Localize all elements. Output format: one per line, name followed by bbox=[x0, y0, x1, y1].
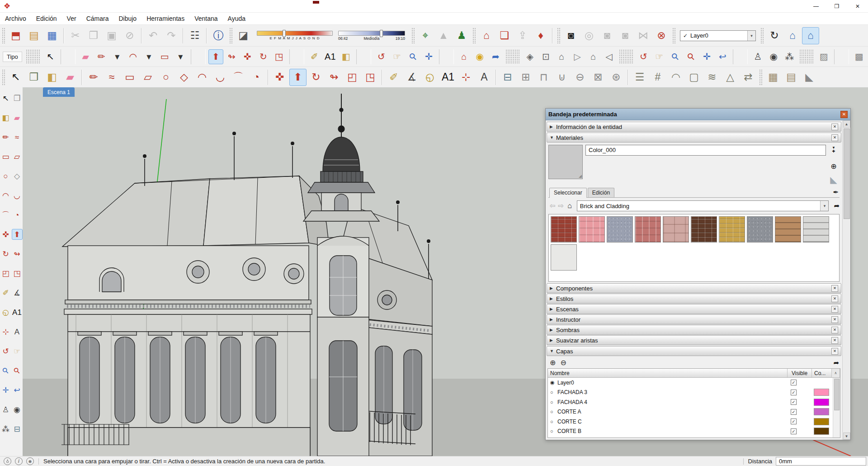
layer-radio[interactable]: ○ bbox=[550, 428, 557, 434]
swatch-dark-brown-brick[interactable] bbox=[691, 216, 717, 243]
layer-color-swatch[interactable] bbox=[814, 389, 829, 396]
share-model-button[interactable]: ⇪ bbox=[514, 27, 531, 44]
eyedropper-icon[interactable]: ✒ bbox=[833, 188, 839, 197]
offset-tool[interactable]: ◳ bbox=[12, 268, 23, 279]
solid-trim-button[interactable]: ⊠ bbox=[590, 69, 607, 86]
orbit-tool-2[interactable]: ↺ bbox=[636, 49, 651, 64]
geolocation-icon[interactable]: ⚲ bbox=[4, 457, 11, 465]
print-button[interactable]: ☷ bbox=[186, 27, 203, 44]
purchase-credits-button[interactable]: ◉ bbox=[472, 49, 487, 64]
three-point-arc-tool[interactable]: ⌒ bbox=[230, 69, 247, 86]
view-front-button[interactable]: ⌂ bbox=[554, 49, 569, 64]
pan-tool[interactable]: ☞ bbox=[390, 49, 405, 64]
column-visible[interactable]: Visible bbox=[788, 369, 812, 377]
copy-button[interactable]: ❐ bbox=[85, 27, 102, 44]
toggle-terrain-button[interactable]: ▲ bbox=[435, 27, 452, 44]
layer-row[interactable]: ◉ Layer0 ✓ bbox=[548, 378, 833, 388]
solid-union-button[interactable]: ⊍ bbox=[553, 69, 571, 86]
scroll-up-arrow-icon[interactable]: ▲ bbox=[843, 120, 850, 128]
layer-row[interactable]: ○ CORTE C ✓ bbox=[548, 417, 833, 427]
material-collection-dropdown[interactable]: Brick and Cladding ▾ bbox=[577, 200, 829, 211]
offset-tool-3[interactable]: ◳ bbox=[362, 69, 379, 86]
three-point-arc-tool[interactable]: ⌒ bbox=[0, 209, 11, 220]
save-button[interactable]: ▦ bbox=[43, 27, 61, 44]
line-tool[interactable]: ✏ bbox=[94, 49, 109, 64]
chevron-down-icon[interactable]: ▾ bbox=[747, 31, 755, 41]
create-material-button[interactable]: ▼ ✚ bbox=[830, 145, 838, 155]
eraser-tool[interactable]: ▰ bbox=[78, 49, 93, 64]
chevron-down-icon[interactable]: ▾ bbox=[820, 201, 828, 211]
layer-radio[interactable]: ◉ bbox=[550, 380, 557, 385]
close-icon[interactable]: ✕ bbox=[831, 348, 838, 355]
make-component-button[interactable]: ❐ bbox=[25, 69, 42, 86]
follow-me-tool-3[interactable]: ↬ bbox=[326, 69, 343, 86]
layer-radio[interactable]: ○ bbox=[550, 409, 557, 414]
erase-button[interactable]: ⊘ bbox=[121, 27, 138, 44]
extension-warehouse-button[interactable]: ♦ bbox=[532, 27, 549, 44]
layer-color-swatch[interactable] bbox=[814, 418, 829, 425]
material-preview[interactable]: ◢ bbox=[548, 145, 583, 179]
text-tool[interactable]: A1 bbox=[323, 49, 338, 64]
solid-subtract-button[interactable]: ⊖ bbox=[571, 69, 589, 86]
model-info-button[interactable]: ⓘ bbox=[210, 27, 227, 44]
distance-input[interactable]: 0mm bbox=[776, 457, 866, 466]
arc-tool-3[interactable]: ◠ bbox=[193, 69, 211, 86]
expand-arrow-icon[interactable]: ▶ bbox=[550, 317, 556, 322]
paint-bucket-tool[interactable]: ◧ bbox=[0, 112, 11, 123]
text-tool-3[interactable]: A1 bbox=[439, 69, 457, 86]
rectangle-tool[interactable]: ▭ bbox=[157, 49, 172, 64]
swatch-yellow-brick[interactable] bbox=[719, 216, 745, 243]
line-tool[interactable]: ✏ bbox=[0, 132, 11, 143]
drape-tool[interactable]: ≋ bbox=[703, 69, 721, 86]
layer-row[interactable]: ○ CORTE B ✓ bbox=[548, 427, 833, 437]
sandbox-from-contours-button[interactable]: ☰ bbox=[631, 69, 648, 86]
stamp-tool[interactable]: ▢ bbox=[685, 69, 703, 86]
rotated-rectangle-tool[interactable]: ▱ bbox=[139, 69, 156, 86]
camera-frustum-button[interactable]: ⋈ bbox=[635, 27, 652, 44]
tray-close-button[interactable]: ✕ bbox=[840, 111, 848, 118]
protractor-tool[interactable]: ◵ bbox=[0, 307, 11, 318]
maximize-button[interactable]: ❐ bbox=[826, 0, 847, 13]
move-tool[interactable]: ✜ bbox=[240, 49, 255, 64]
close-icon[interactable]: ✕ bbox=[831, 337, 838, 344]
push-pull-tool[interactable]: ⬆ bbox=[208, 49, 223, 64]
walk-tool[interactable]: ⁂ bbox=[782, 49, 797, 64]
zoom-tool[interactable]: ⚲ bbox=[406, 49, 420, 64]
section-materials[interactable]: ▼ Materiales ✕ bbox=[547, 133, 841, 143]
detach-pane-icon[interactable]: ➦ bbox=[833, 359, 839, 367]
line-tool-options[interactable]: ▾ bbox=[110, 49, 125, 64]
layer-color-swatch[interactable] bbox=[814, 408, 829, 415]
select-tool[interactable]: ↖ bbox=[0, 93, 11, 104]
zoom-extents-button[interactable]: ✛ bbox=[0, 385, 11, 395]
paint-bucket-tool[interactable]: ◧ bbox=[339, 49, 354, 64]
zoom-extents-button[interactable]: ✛ bbox=[421, 49, 436, 64]
collapse-arrow-icon[interactable]: ▼ bbox=[550, 349, 556, 353]
swatch-gray-stone[interactable] bbox=[747, 216, 773, 243]
section-plane-tool[interactable]: ⊟ bbox=[499, 69, 516, 86]
collapsed-section[interactable]: ▶ Sombras ✕ bbox=[547, 325, 841, 335]
solid-outer-shell-button[interactable]: ⊞ bbox=[517, 69, 534, 86]
protractor-tool[interactable]: ◵ bbox=[421, 69, 439, 86]
polygon-tool[interactable]: ◇ bbox=[175, 69, 193, 86]
swatch-pink-tile[interactable] bbox=[579, 216, 605, 243]
texture-tool[interactable]: ▦ bbox=[764, 69, 782, 86]
orbit-tool[interactable]: ↺ bbox=[0, 346, 11, 357]
swatch-light-gray-siding[interactable] bbox=[803, 216, 829, 243]
collapsed-section[interactable]: ▶ Instructor ✕ bbox=[547, 314, 841, 324]
solid-intersect-button[interactable]: ⊓ bbox=[535, 69, 552, 86]
position-camera-tool[interactable]: ♙ bbox=[750, 49, 765, 64]
previous-view-button[interactable]: ↩ bbox=[12, 385, 23, 395]
freehand-tool[interactable]: ≈ bbox=[103, 69, 120, 86]
layer-visible-checkbox[interactable]: ✓ bbox=[791, 428, 797, 434]
freehand-tool[interactable]: ≈ bbox=[12, 132, 23, 143]
circle-tool[interactable]: ○ bbox=[0, 171, 11, 181]
rectangle-tool[interactable]: ▭ bbox=[0, 151, 11, 162]
menu-item[interactable]: Ventana bbox=[189, 15, 222, 22]
detach-pane-icon[interactable]: ➦ bbox=[834, 202, 840, 210]
open-model-button[interactable]: ▤ bbox=[25, 27, 42, 44]
close-button[interactable]: ✕ bbox=[847, 0, 868, 13]
add-detail-tool[interactable]: △ bbox=[722, 69, 739, 86]
create-camera-button[interactable]: ◙ bbox=[562, 27, 580, 44]
scroll-up-icon[interactable]: ∧ bbox=[832, 369, 840, 377]
close-icon[interactable]: ✕ bbox=[831, 295, 838, 302]
